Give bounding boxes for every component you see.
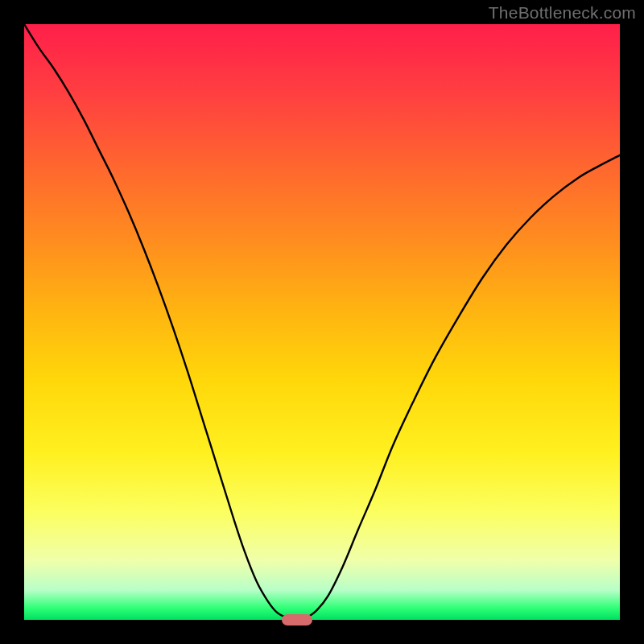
optimum-marker [282,614,312,625]
chart-frame: TheBottleneck.com [0,0,644,644]
plot-area [24,24,620,620]
bottleneck-curve [24,24,620,620]
watermark-text: TheBottleneck.com [489,3,636,23]
